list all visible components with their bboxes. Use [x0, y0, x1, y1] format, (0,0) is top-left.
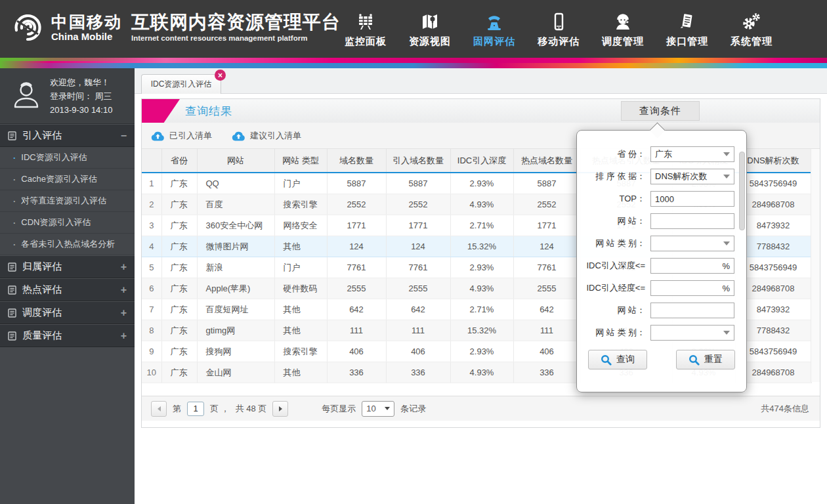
cell-num: 4 — [142, 236, 161, 257]
cloud-icon — [151, 131, 165, 141]
sidebar-section-label: 质量评估 — [22, 329, 62, 342]
cell-hot: 336 — [513, 362, 580, 383]
chevron-down-icon — [385, 407, 390, 410]
brand-cn: 中国移动 — [51, 13, 122, 32]
field-row-top: TOP： — [577, 191, 746, 207]
tab-label: IDC资源引入评估 — [151, 79, 212, 90]
cell-hot: 5887 — [513, 173, 580, 194]
cell-province: 广东 — [161, 341, 197, 362]
table-scrollbar-track[interactable] — [811, 149, 820, 382]
field-input-wrap-idc-depth: % — [650, 258, 734, 274]
page-number-input[interactable]: 1 — [187, 402, 204, 416]
collapse-icon[interactable]: − — [121, 130, 127, 142]
bullet-icon: · — [13, 175, 16, 184]
nav-item-fixed-network-eval[interactable]: 固网评估 — [462, 0, 526, 58]
cell-site: 百度短网址 — [197, 299, 274, 320]
nav-item-label: 监控面板 — [345, 35, 387, 48]
field-row-site-type-2: 网 站 类 别： — [577, 325, 746, 341]
field-select-site-type-2[interactable] — [650, 325, 734, 341]
field-label-site-2: 网 站： — [577, 304, 645, 316]
next-page-button[interactable] — [272, 401, 288, 417]
cell-domains: 5887 — [327, 173, 386, 194]
search-button[interactable]: 查询 — [588, 350, 647, 369]
per-page-select[interactable]: 10 — [362, 401, 394, 417]
telephone-icon — [484, 10, 504, 31]
sidebar-item-peering-import-eval[interactable]: ·对等直连资源引入评估 — [0, 190, 135, 212]
toolbar-button-suggested-list[interactable]: 建议引入清单 — [232, 130, 301, 142]
field-row-site-2: 网 站： — [577, 303, 746, 318]
percent-suffix: % — [722, 261, 730, 271]
search-button-label: 查询 — [616, 354, 635, 366]
magnifier-icon — [689, 354, 700, 366]
cell-type: 门户 — [274, 173, 327, 194]
cell-province: 广东 — [161, 278, 197, 299]
top-header: 中国移动 China Mobile 互联网内容资源管理平台 Internet c… — [0, 0, 827, 58]
field-select-site-type-1[interactable] — [650, 236, 734, 251]
rainbow-stripe — [0, 58, 827, 68]
expand-icon[interactable]: + — [121, 330, 127, 342]
cell-domains: 111 — [327, 320, 386, 341]
tab-idc-import-eval[interactable]: IDC资源引入评估 × — [141, 74, 221, 94]
reset-button[interactable]: 重置 — [676, 350, 735, 369]
tab-close-icon[interactable]: × — [215, 70, 226, 81]
cell-num: 10 — [142, 362, 161, 383]
user-login-datetime: 2013-9-30 14:10 — [50, 103, 112, 117]
cell-num: 3 — [142, 215, 161, 236]
toolbar-button-imported-list[interactable]: 已引入清单 — [151, 130, 212, 142]
nav-item-dispatch-management[interactable]: 调度管理 — [591, 0, 655, 58]
field-input-top[interactable] — [655, 194, 730, 204]
sidebar-item-cdn-import-eval[interactable]: ·CDN资源引入评估 — [0, 212, 135, 234]
prev-page-button[interactable] — [151, 401, 167, 417]
cell-type: 其他 — [274, 236, 327, 257]
field-input-wrap-top — [650, 191, 734, 207]
doc-small-icon — [8, 331, 16, 341]
cell-province: 广东 — [161, 215, 197, 236]
sidebar-section-ownership-eval[interactable]: 归属评估+ — [0, 255, 135, 278]
dashboard-icon — [356, 10, 375, 31]
nav-item-system-management[interactable]: 系统管理 — [719, 0, 784, 58]
chevron-down-icon — [723, 152, 730, 156]
field-select-sort-by[interactable]: DNS解析次数 — [650, 169, 734, 184]
query-conditions-button[interactable]: 查询条件 — [621, 101, 700, 121]
sidebar-item-idc-import-eval[interactable]: ·IDC资源引入评估 — [0, 147, 135, 169]
column-header: 网站 — [197, 149, 274, 173]
field-input-idc-longitude[interactable] — [655, 284, 722, 293]
sidebar-item-cache-import-eval[interactable]: ·Cache资源引入评估 — [0, 169, 135, 190]
cell-site: QQ — [197, 173, 274, 194]
chevron-down-icon — [723, 242, 730, 245]
app-title: 互联网内容资源管理平台 — [131, 12, 341, 33]
expand-icon[interactable]: + — [121, 284, 127, 296]
cell-site: 新浪 — [197, 257, 274, 278]
per-page-value: 10 — [366, 404, 375, 413]
field-input-site-2[interactable] — [655, 306, 730, 316]
cell-depth: 4.93% — [450, 194, 513, 215]
cell-num: 1 — [142, 173, 161, 194]
sidebar-item-province-hotspot-analysis[interactable]: ·各省未引入热点域名分析 — [0, 234, 135, 255]
nav-item-mobile-eval[interactable]: 移动评估 — [526, 0, 591, 58]
nav-item-monitor-dashboard[interactable]: 监控面板 — [333, 0, 398, 58]
bullet-icon: · — [13, 240, 16, 249]
nav-item-interface-management[interactable]: 接口管理 — [655, 0, 719, 58]
expand-icon[interactable]: + — [121, 307, 127, 319]
nav-item-resource-view[interactable]: 资源视图 — [398, 0, 462, 58]
sidebar-section-import-eval[interactable]: 引入评估− — [0, 124, 135, 147]
cell-imported: 2552 — [386, 194, 450, 215]
toolbar-button-label: 建议引入清单 — [250, 130, 301, 142]
cell-imported: 406 — [386, 341, 450, 362]
field-input-site-1[interactable] — [655, 217, 730, 226]
field-select-province[interactable]: 广东 — [650, 146, 734, 162]
sidebar-section-hotspot-eval[interactable]: 热点评估+ — [0, 278, 135, 301]
doc-small-icon — [8, 262, 16, 272]
field-input-idc-depth[interactable] — [655, 261, 722, 271]
cell-type: 其他 — [274, 320, 327, 341]
sidebar-item-label: Cache资源引入评估 — [21, 173, 97, 185]
sidebar-section-quality-eval[interactable]: 质量评估+ — [0, 324, 135, 347]
expand-icon[interactable]: + — [121, 261, 127, 273]
popup-scrollbar-thumb[interactable] — [739, 152, 745, 230]
cell-num: 8 — [142, 320, 161, 341]
cell-depth: 15.32% — [450, 236, 513, 257]
cell-province: 广东 — [161, 299, 197, 320]
cell-depth: 2.71% — [450, 299, 513, 320]
field-row-site-1: 网 站： — [577, 213, 746, 229]
sidebar-section-dispatch-eval[interactable]: 调度评估+ — [0, 301, 135, 324]
